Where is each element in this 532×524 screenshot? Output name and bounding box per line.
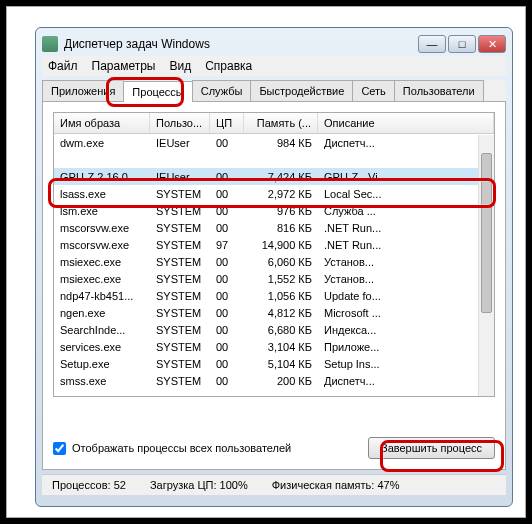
table-row[interactable]: lsass.exeSYSTEM002,972 КБLocal Sec... bbox=[54, 185, 494, 202]
window-title: Диспетчер задач Windows bbox=[64, 37, 418, 51]
col-cpu[interactable]: ЦП bbox=[210, 113, 244, 133]
cell: mscorsvw.exe bbox=[54, 222, 150, 234]
cell: Диспетч... bbox=[318, 375, 494, 387]
cell: 00 bbox=[210, 307, 244, 319]
cell: 6,060 КБ bbox=[244, 256, 318, 268]
status-memory: Физическая память: 47% bbox=[272, 479, 400, 491]
cell: SYSTEM bbox=[150, 222, 210, 234]
cell: Служба ... bbox=[318, 205, 494, 217]
maximize-button[interactable]: □ bbox=[448, 35, 476, 53]
cell: 00 bbox=[210, 341, 244, 353]
cell: smss.exe bbox=[54, 375, 150, 387]
cell: IEUser bbox=[150, 171, 210, 183]
cell: SYSTEM bbox=[150, 205, 210, 217]
table-row[interactable]: mscorsvw.exeSYSTEM9714,900 КБ.NET Run... bbox=[54, 236, 494, 253]
menu-options[interactable]: Параметры bbox=[92, 59, 156, 73]
cell: ndp47-kb451... bbox=[54, 290, 150, 302]
tab-applications[interactable]: Приложения bbox=[42, 80, 124, 101]
col-image-name[interactable]: Имя образа bbox=[54, 113, 150, 133]
cell: 00 bbox=[210, 205, 244, 217]
tab-processes[interactable]: Процессы bbox=[123, 81, 192, 102]
tab-users[interactable]: Пользователи bbox=[394, 80, 484, 101]
cell: GPU-Z.2.16.0... bbox=[54, 171, 150, 183]
cell: SYSTEM bbox=[150, 273, 210, 285]
cell: 4,812 КБ bbox=[244, 307, 318, 319]
cell: SYSTEM bbox=[150, 256, 210, 268]
menubar: Файл Параметры Вид Справка bbox=[42, 56, 506, 76]
show-all-users-input[interactable] bbox=[53, 442, 66, 455]
table-row[interactable]: ndp47-kb451...SYSTEM001,056 КБUpdate fo.… bbox=[54, 287, 494, 304]
cell: GPU-Z - Vi... bbox=[318, 171, 494, 183]
cell: SYSTEM bbox=[150, 239, 210, 251]
cell: msiexec.exe bbox=[54, 256, 150, 268]
table-row[interactable]: GPU-Z.2.16.0...IEUser007,424 КБGPU-Z - V… bbox=[54, 168, 494, 185]
end-process-button[interactable]: Завершить процесс bbox=[368, 437, 495, 459]
table-row[interactable] bbox=[54, 151, 494, 168]
cell: Приложе... bbox=[318, 341, 494, 353]
cell: 976 КБ bbox=[244, 205, 318, 217]
cell: Диспетч... bbox=[318, 137, 494, 149]
col-description[interactable]: Описание bbox=[318, 113, 494, 133]
table-row[interactable]: services.exeSYSTEM003,104 КБПриложе... bbox=[54, 338, 494, 355]
cell: 00 bbox=[210, 222, 244, 234]
cell: SYSTEM bbox=[150, 307, 210, 319]
table-row[interactable]: mscorsvw.exeSYSTEM00816 КБ.NET Run... bbox=[54, 219, 494, 236]
cell: 00 bbox=[210, 256, 244, 268]
cell: 97 bbox=[210, 239, 244, 251]
tab-network[interactable]: Сеть bbox=[352, 80, 394, 101]
cell: 1,056 КБ bbox=[244, 290, 318, 302]
cell: .NET Run... bbox=[318, 239, 494, 251]
cell: 14,900 КБ bbox=[244, 239, 318, 251]
cell: SYSTEM bbox=[150, 341, 210, 353]
scroll-thumb[interactable] bbox=[481, 153, 492, 313]
titlebar: Диспетчер задач Windows — □ ✕ bbox=[42, 34, 506, 54]
menu-file[interactable]: Файл bbox=[48, 59, 78, 73]
cell: .NET Run... bbox=[318, 222, 494, 234]
show-all-users-checkbox[interactable]: Отображать процессы всех пользователей bbox=[53, 442, 291, 455]
table-row[interactable]: msiexec.exeSYSTEM001,552 КБУстанов... bbox=[54, 270, 494, 287]
table-row[interactable]: ngen.exeSYSTEM004,812 КБMicrosoft ... bbox=[54, 304, 494, 321]
minimize-button[interactable]: — bbox=[418, 35, 446, 53]
cell: 1,552 КБ bbox=[244, 273, 318, 285]
cell: 00 bbox=[210, 375, 244, 387]
cell: 00 bbox=[210, 188, 244, 200]
cell: SYSTEM bbox=[150, 324, 210, 336]
cell: 00 bbox=[210, 358, 244, 370]
cell: msiexec.exe bbox=[54, 273, 150, 285]
tab-services[interactable]: Службы bbox=[192, 80, 252, 101]
cell: Setup.exe bbox=[54, 358, 150, 370]
table-row[interactable]: Setup.exeSYSTEM005,104 КБSetup Ins... bbox=[54, 355, 494, 372]
col-user[interactable]: Пользо... bbox=[150, 113, 210, 133]
scrollbar[interactable] bbox=[478, 135, 494, 396]
cell: 00 bbox=[210, 290, 244, 302]
statusbar: Процессов: 52 Загрузка ЦП: 100% Физическ… bbox=[42, 474, 506, 495]
process-list[interactable]: Имя образа Пользо... ЦП Память (... Опис… bbox=[53, 112, 495, 397]
cell: SearchInde... bbox=[54, 324, 150, 336]
cell: Microsoft ... bbox=[318, 307, 494, 319]
tab-performance[interactable]: Быстродействие bbox=[250, 80, 353, 101]
menu-help[interactable]: Справка bbox=[205, 59, 252, 73]
close-button[interactable]: ✕ bbox=[478, 35, 506, 53]
show-all-users-label: Отображать процессы всех пользователей bbox=[72, 442, 291, 454]
cell: 984 КБ bbox=[244, 137, 318, 149]
cell: Setup Ins... bbox=[318, 358, 494, 370]
status-processes: Процессов: 52 bbox=[52, 479, 126, 491]
table-row[interactable]: smss.exeSYSTEM00200 КБДиспетч... bbox=[54, 372, 494, 389]
col-memory[interactable]: Память (... bbox=[244, 113, 318, 133]
cell: services.exe bbox=[54, 341, 150, 353]
tabstrip: Приложения Процессы Службы Быстродействи… bbox=[42, 80, 506, 102]
table-row[interactable]: SearchInde...SYSTEM006,680 КБИндекса... bbox=[54, 321, 494, 338]
table-row[interactable]: msiexec.exeSYSTEM006,060 КБУстанов... bbox=[54, 253, 494, 270]
cell: SYSTEM bbox=[150, 358, 210, 370]
cell: Установ... bbox=[318, 256, 494, 268]
cell: 2,972 КБ bbox=[244, 188, 318, 200]
table-row[interactable]: dwm.exeIEUser00984 КБДиспетч... bbox=[54, 134, 494, 151]
cell: 200 КБ bbox=[244, 375, 318, 387]
menu-view[interactable]: Вид bbox=[169, 59, 191, 73]
cell: 5,104 КБ bbox=[244, 358, 318, 370]
cell: 00 bbox=[210, 171, 244, 183]
cell: Update fo... bbox=[318, 290, 494, 302]
table-row[interactable]: lsm.exeSYSTEM00976 КБСлужба ... bbox=[54, 202, 494, 219]
cell: ngen.exe bbox=[54, 307, 150, 319]
cell: Установ... bbox=[318, 273, 494, 285]
